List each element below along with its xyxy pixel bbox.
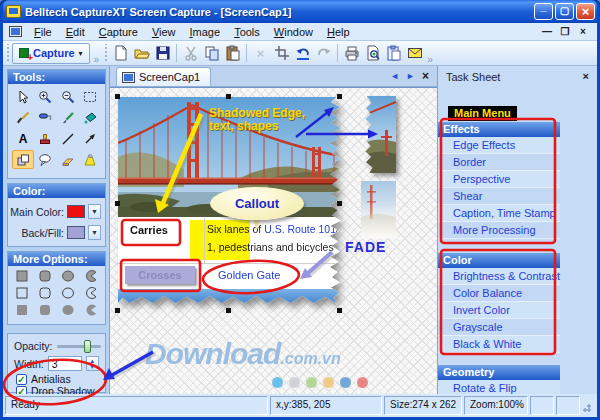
mdi-restore-icon[interactable]: ❐ [559,26,571,37]
selection-handle[interactable] [226,94,231,99]
task-item-caption-time-stamp[interactable]: Caption, Time Stamp [438,205,560,222]
minimize-button[interactable] [534,3,553,20]
task-item-border[interactable]: Border [438,154,560,171]
crop-button[interactable] [271,43,292,64]
shape-filled-rounded[interactable] [34,269,57,283]
shape-filled-pacman[interactable] [79,269,102,283]
selection-handle[interactable] [337,308,342,313]
paste-button[interactable] [222,43,243,64]
width-input[interactable] [48,356,82,371]
tool-marquee[interactable] [79,87,101,106]
capture-button[interactable]: Capture ▾ [12,43,90,64]
resize-grip[interactable] [582,396,595,415]
tool-zoom-out[interactable] [57,87,79,106]
shape-filled-square[interactable] [11,269,34,283]
selection-handle[interactable] [337,201,342,206]
menu-image[interactable]: Image [183,25,228,39]
shape-filled-ellipse[interactable] [57,269,80,283]
maximize-button[interactable] [555,3,574,20]
chevron-down-icon[interactable]: ▾ [79,49,83,58]
copy-to-clipboard-button[interactable] [383,43,404,64]
task-item-invert-color[interactable]: Invert Color [438,302,560,319]
tool-roller[interactable] [34,108,56,127]
tab-close-icon[interactable]: × [422,69,429,83]
tool-select[interactable] [12,87,34,106]
tool-zoom-in[interactable] [34,87,56,106]
torn-edge-thumbnail[interactable] [362,96,396,177]
task-item-perspective[interactable]: Perspective [438,171,560,188]
menu-view[interactable]: View [145,25,183,39]
task-item-edge-effects[interactable]: Edge Effects [438,137,560,154]
email-button[interactable] [404,43,425,64]
delete-button[interactable]: × [250,43,271,64]
open-button[interactable] [131,43,152,64]
selection-handle[interactable] [337,94,342,99]
task-item-rotate-flip[interactable]: Rotate & Flip [438,380,560,394]
back-fill-dropdown[interactable]: ▼ [88,225,101,240]
mdi-close-icon[interactable]: × [577,26,589,37]
copy-button[interactable] [201,43,222,64]
print-button[interactable] [341,43,362,64]
shape-outline-ellipse[interactable] [57,286,80,300]
shape-outline-pacman[interactable] [79,286,102,300]
menu-window[interactable]: Window [267,25,320,39]
tool-callout[interactable] [34,150,56,169]
selection-handle[interactable] [115,308,120,313]
tool-line[interactable] [57,129,79,148]
task-item-more-processing[interactable]: More Processing [438,222,560,239]
width-stepper[interactable]: ▲▼ [86,356,99,371]
tool-text[interactable]: A [12,129,34,148]
tool-fill[interactable] [79,108,101,127]
tab-scroll-right-icon[interactable]: ► [406,71,415,81]
tool-highlighter[interactable] [79,150,101,169]
tool-eraser[interactable] [57,150,79,169]
task-item-color-balance[interactable]: Color Balance [438,285,560,302]
shape-outline-rounded[interactable] [34,286,57,300]
main-color-swatch[interactable] [67,205,85,218]
main-color-dropdown[interactable]: ▼ [88,204,101,219]
antialias-checkbox[interactable]: ✓ [16,374,27,385]
menu-capture[interactable]: Capture [92,25,145,39]
tool-stamp[interactable] [34,129,56,148]
print-preview-button[interactable] [362,43,383,64]
tool-arrow[interactable] [79,129,101,148]
shape-flat-pacman[interactable] [79,303,102,317]
menu-help[interactable]: Help [320,25,357,39]
shape-flat-square[interactable] [11,303,34,317]
toolbar-grip-2[interactable] [103,44,108,62]
tool-shapes[interactable] [12,150,34,169]
task-item-brightness-contrast[interactable]: Brightness & Contrast [438,268,560,285]
task-sheet-close-icon[interactable]: × [583,70,589,82]
shape-outline-square[interactable] [11,286,34,300]
new-button[interactable] [110,43,131,64]
opacity-slider-handle[interactable] [84,340,91,353]
selection-handle[interactable] [226,308,231,313]
tool-brush[interactable] [12,108,34,127]
undo-button[interactable] [292,43,313,64]
task-item-shear[interactable]: Shear [438,188,560,205]
menu-file[interactable]: File [27,25,59,39]
menu-tools[interactable]: Tools [227,25,267,39]
tab-screencap1[interactable]: ScreenCap1 [116,67,211,86]
mdi-minimize-icon[interactable]: — [541,26,553,37]
opacity-slider[interactable] [57,345,101,348]
close-button[interactable] [576,3,595,20]
selection-handle[interactable] [115,201,120,206]
save-button[interactable] [152,43,173,64]
task-item-grayscale[interactable]: Grayscale [438,319,560,336]
canvas-viewport[interactable]: Carries Six lanes of U.S. Route 101/ 1, … [110,87,437,394]
tab-scroll-left-icon[interactable]: ◄ [390,71,399,81]
toolbar-grip[interactable] [5,44,10,62]
shape-flat-rounded[interactable] [34,303,57,317]
stepper-down-icon[interactable]: ▼ [89,364,95,370]
tool-pencil[interactable] [57,108,79,127]
toolbar-overflow-chevron-2[interactable]: » [427,54,433,65]
menu-edit[interactable]: Edit [59,25,92,39]
shape-flat-ellipse[interactable] [57,303,80,317]
redo-button[interactable] [313,43,334,64]
task-item-black-white[interactable]: Black & White [438,336,560,353]
fade-thumbnail[interactable] [361,181,396,238]
selection-handle[interactable] [115,94,120,99]
toolbar-overflow-chevron[interactable]: » [94,54,100,65]
back-fill-swatch[interactable] [67,226,85,239]
